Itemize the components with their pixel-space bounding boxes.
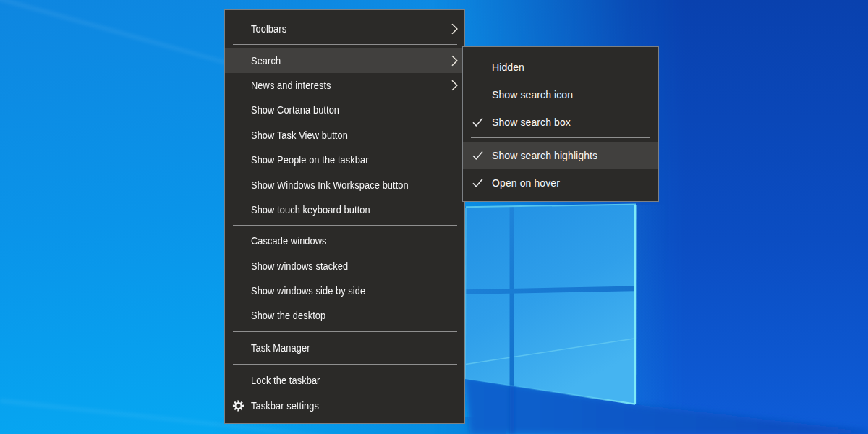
menu-item-show-the-desktop[interactable]: Show the desktop — [225, 303, 464, 328]
menu-item-show-search-box[interactable]: Show search box — [463, 109, 658, 136]
menu-item-label: Show windows stacked — [251, 260, 348, 272]
menu-item-cascade-windows[interactable]: Cascade windows — [225, 229, 464, 253]
menu-item-label: Show touch keyboard button — [251, 204, 370, 216]
menu-item-label: Show Windows Ink Workspace button — [251, 179, 409, 191]
menu-item-lock-the-taskbar[interactable]: Lock the taskbar — [225, 368, 464, 393]
menu-item-label: Taskbar settings — [251, 400, 319, 412]
menu-separator — [233, 331, 457, 332]
menu-separator — [471, 137, 650, 138]
menu-item-search[interactable]: Search — [225, 48, 464, 72]
menu-item-label: Search — [251, 55, 281, 67]
menu-item-task-manager[interactable]: Task Manager — [225, 336, 464, 360]
menu-item-show-windows-stacked[interactable]: Show windows stacked — [225, 254, 464, 278]
menu-item-show-task-view-button[interactable]: Show Task View button — [225, 123, 464, 148]
menu-item-label: Show Task View button — [251, 129, 348, 141]
menu-item-label: Hidden — [492, 61, 524, 73]
menu-item-news-and-interests[interactable]: News and interests — [225, 73, 464, 98]
menu-item-label: Task Manager — [251, 342, 310, 354]
menu-item-show-windows-ink-workspace-button[interactable]: Show Windows Ink Workspace button — [225, 172, 464, 197]
menu-item-label: Lock the taskbar — [251, 375, 320, 386]
menu-item-show-windows-side-by-side[interactable]: Show windows side by side — [225, 278, 464, 303]
gear-icon — [232, 399, 244, 412]
menu-item-label: Show search highlights — [492, 150, 597, 161]
menu-item-label: News and interests — [251, 80, 331, 91]
checkmark-icon — [472, 179, 483, 188]
menu-item-hidden[interactable]: Hidden — [463, 54, 658, 81]
search-submenu: HiddenShow search iconShow search boxSho… — [462, 46, 659, 202]
menu-separator — [233, 364, 457, 365]
submenu-arrow-icon — [451, 55, 458, 67]
menu-item-label: Toolbars — [251, 23, 286, 35]
menu-item-open-on-hover[interactable]: Open on hover — [463, 169, 658, 197]
checkmark-icon — [472, 151, 483, 161]
menu-item-label: Show the desktop — [251, 310, 326, 321]
menu-item-label: Show search icon — [492, 89, 573, 101]
menu-item-show-search-highlights[interactable]: Show search highlights — [463, 142, 658, 169]
menu-item-show-touch-keyboard-button[interactable]: Show touch keyboard button — [225, 197, 464, 222]
menu-item-taskbar-settings[interactable]: Taskbar settings — [225, 393, 464, 417]
menu-item-show-people-on-the-taskbar[interactable]: Show People on the taskbar — [225, 148, 464, 172]
menu-item-show-search-icon[interactable]: Show search icon — [463, 81, 658, 109]
menu-separator — [233, 225, 457, 226]
menu-item-label: Show Cortana button — [251, 104, 339, 116]
submenu-arrow-icon — [451, 80, 458, 91]
menu-item-label: Show search box — [492, 116, 571, 128]
submenu-arrow-icon — [451, 23, 458, 35]
windows-desktop: { "desktop": { "wallpaper": "windows10-l… — [0, 0, 868, 434]
menu-item-label: Show windows side by side — [251, 285, 365, 297]
menu-item-toolbars[interactable]: Toolbars — [225, 17, 464, 41]
menu-item-label: Cascade windows — [251, 235, 327, 247]
menu-item-label: Open on hover — [492, 177, 560, 189]
menu-item-label: Show People on the taskbar — [251, 154, 369, 166]
taskbar-context-menu: ToolbarsSearchNews and interestsShow Cor… — [224, 9, 465, 424]
menu-item-show-cortana-button[interactable]: Show Cortana button — [225, 98, 464, 122]
checkmark-icon — [472, 118, 483, 127]
menu-separator — [233, 44, 457, 45]
